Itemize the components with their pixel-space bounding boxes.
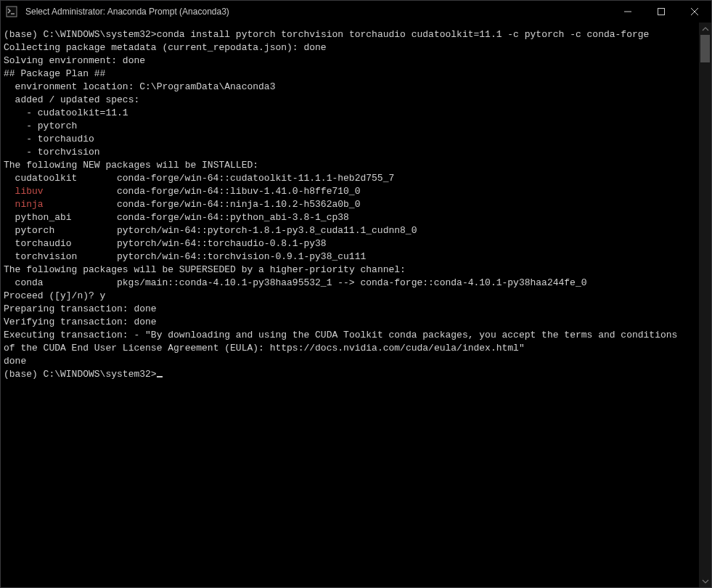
terminal-window: Select Administrator: Anaconda Prompt (A… (0, 0, 712, 588)
scrollbar[interactable] (699, 23, 711, 587)
package-name: python_abi (4, 211, 117, 224)
package-row: ninjaconda-forge/win-64::ninja-1.10.2-h5… (2, 198, 699, 211)
package-name: pytorch (4, 224, 117, 237)
command-text: conda install pytorch torchvision torcha… (157, 29, 650, 40)
package-spec: conda-forge/win-64::python_abi-3.8-1_cp3… (117, 211, 349, 224)
scroll-track[interactable] (699, 35, 711, 575)
minimize-button[interactable] (611, 1, 645, 23)
close-button[interactable] (678, 1, 711, 23)
package-name: ninja (4, 198, 117, 211)
maximize-button[interactable] (645, 1, 678, 23)
package-spec: conda-forge/win-64::ninja-1.10.2-h5362a0… (117, 198, 360, 211)
scroll-up-button[interactable] (699, 23, 711, 35)
svg-rect-0 (7, 7, 17, 17)
package-spec: pytorch/win-64::torchvision-0.9.1-py38_c… (117, 250, 366, 264)
package-name: torchvision (4, 250, 117, 264)
package-spec: pkgs/main::conda-4.10.1-py38haa95532_1 -… (117, 277, 587, 290)
package-name: libuv (4, 185, 117, 198)
scroll-down-button[interactable] (699, 575, 711, 587)
package-name: conda (4, 277, 117, 290)
titlebar[interactable]: Select Administrator: Anaconda Prompt (A… (1, 1, 711, 23)
package-name: torchaudio (4, 237, 117, 250)
cursor (157, 376, 163, 377)
app-icon (1, 6, 22, 17)
package-row: torchvisionpytorch/win-64::torchvision-0… (2, 250, 699, 264)
package-spec: pytorch/win-64::torchaudio-0.8.1-py38 (117, 237, 327, 250)
package-row: cudatoolkitconda-forge/win-64::cudatoolk… (2, 172, 699, 185)
package-spec: conda-forge/win-64::cudatoolkit-11.1.1-h… (117, 172, 394, 185)
package-name: cudatoolkit (4, 172, 117, 185)
window-title: Select Administrator: Anaconda Prompt (A… (22, 7, 611, 17)
prompt: (base) C:\WINDOWS\system32> (4, 29, 157, 40)
prompt: (base) C:\WINDOWS\system32> (4, 369, 157, 380)
package-spec: pytorch/win-64::pytorch-1.8.1-py3.8_cuda… (117, 224, 417, 237)
package-row: python_abiconda-forge/win-64::python_abi… (2, 211, 699, 224)
terminal-output[interactable]: (base) C:\WINDOWS\system32>conda install… (1, 23, 699, 587)
superseded-row: condapkgs/main::conda-4.10.1-py38haa9553… (2, 277, 699, 290)
package-row: torchaudiopytorch/win-64::torchaudio-0.8… (2, 237, 699, 250)
package-row: pytorchpytorch/win-64::pytorch-1.8.1-py3… (2, 224, 699, 237)
package-row: libuvconda-forge/win-64::libuv-1.41.0-h8… (2, 185, 699, 198)
package-spec: conda-forge/win-64::libuv-1.41.0-h8ffe71… (117, 185, 360, 198)
scroll-thumb[interactable] (700, 35, 710, 62)
svg-rect-3 (658, 9, 665, 15)
